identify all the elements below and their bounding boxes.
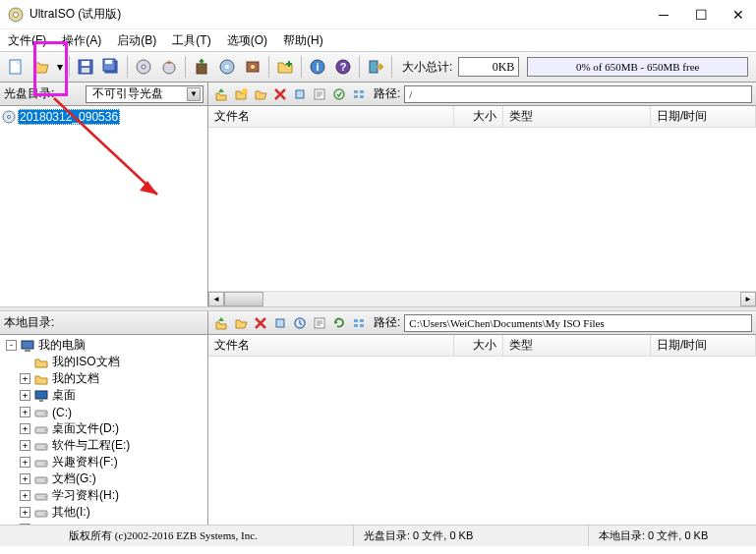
tree-expander[interactable]: + xyxy=(20,407,30,417)
tree-expander[interactable]: + xyxy=(20,457,30,468)
svg-rect-30 xyxy=(354,95,358,98)
maximize-button[interactable]: ☐ xyxy=(691,7,711,23)
tree-expander[interactable]: + xyxy=(20,524,30,525)
local-tree-item[interactable]: +桌面文件(D:) xyxy=(2,420,205,437)
menu-action[interactable]: 操作(A) xyxy=(58,30,105,51)
tree-expander[interactable]: + xyxy=(20,490,30,501)
tree-expander[interactable]: + xyxy=(20,373,30,384)
save-as-icon[interactable] xyxy=(99,55,123,79)
svg-rect-28 xyxy=(354,90,358,93)
history-icon[interactable] xyxy=(291,314,309,332)
up-icon[interactable] xyxy=(212,85,230,103)
properties-icon[interactable] xyxy=(311,314,328,332)
exit-icon[interactable] xyxy=(364,55,387,79)
new-folder-icon[interactable] xyxy=(232,85,250,103)
tree-expander[interactable]: + xyxy=(20,507,30,518)
path-label: 路径: xyxy=(374,85,400,102)
settings-icon[interactable] xyxy=(241,55,264,79)
svg-point-23 xyxy=(8,115,11,118)
refresh-icon[interactable] xyxy=(330,314,348,332)
up-icon[interactable] xyxy=(212,314,230,332)
cd-icon[interactable] xyxy=(132,55,155,79)
chevron-down-icon: ▼ xyxy=(187,87,201,101)
info-icon[interactable]: i xyxy=(306,55,329,79)
svg-rect-52 xyxy=(276,319,284,327)
disc-path-field[interactable]: / xyxy=(404,85,752,103)
disc-file-list[interactable]: 文件名 大小 类型 日期/时间 ◄ ► xyxy=(208,106,756,306)
drive-icon xyxy=(34,490,48,502)
svg-rect-58 xyxy=(360,324,364,327)
properties-icon[interactable] xyxy=(311,85,328,103)
mount-icon[interactable] xyxy=(215,55,239,79)
disc-tree-pane: 光盘目录: 不可引导光盘 ▼ 20180312_090536 xyxy=(0,83,208,306)
menu-help[interactable]: 帮助(H) xyxy=(279,30,327,51)
disc-tree[interactable]: 20180312_090536 xyxy=(0,106,207,306)
drive-icon xyxy=(34,457,48,469)
open-folder-icon[interactable] xyxy=(252,85,269,103)
local-tree-item[interactable]: +软件与工程(E:) xyxy=(2,437,205,454)
tree-expander[interactable]: + xyxy=(20,423,30,434)
open-folder-icon[interactable] xyxy=(232,314,250,332)
drive-icon xyxy=(34,440,48,452)
view-icon[interactable] xyxy=(350,314,368,332)
menu-options[interactable]: 选项(O) xyxy=(223,30,271,51)
new-icon[interactable] xyxy=(4,55,28,79)
svg-rect-2 xyxy=(10,60,21,74)
tree-expander[interactable]: + xyxy=(20,440,30,451)
minimize-button[interactable]: ─ xyxy=(654,7,673,23)
col-size[interactable]: 大小 xyxy=(454,335,503,356)
add-files-icon[interactable] xyxy=(273,55,297,79)
local-list-header: 文件名 大小 类型 日期/时间 xyxy=(208,335,756,357)
svg-point-16 xyxy=(251,65,255,69)
compress-icon[interactable] xyxy=(190,55,213,79)
help-icon[interactable]: ? xyxy=(331,55,355,79)
path-label: 路径: xyxy=(374,314,400,331)
disc-status: 光盘目录: 0 文件, 0 KB xyxy=(354,526,589,546)
menu-tools[interactable]: 工具(T) xyxy=(168,30,214,51)
save-icon[interactable] xyxy=(74,55,97,79)
h-scrollbar[interactable]: ◄ ► xyxy=(208,291,756,306)
open-icon[interactable] xyxy=(29,55,53,79)
open-dropdown[interactable]: ▾ xyxy=(55,55,65,79)
tree-expander[interactable]: - xyxy=(6,340,17,351)
extract-icon[interactable] xyxy=(271,314,289,332)
svg-rect-34 xyxy=(35,391,47,399)
menu-file[interactable]: 文件(F) xyxy=(4,30,50,51)
local-tree-item[interactable]: +我的文档 xyxy=(2,370,205,387)
menu-boot[interactable]: 启动(B) xyxy=(113,30,160,51)
col-date[interactable]: 日期/时间 xyxy=(651,106,756,127)
delete-icon[interactable] xyxy=(252,314,269,332)
delete-icon[interactable] xyxy=(271,85,289,103)
local-file-list[interactable]: 文件名 大小 类型 日期/时间 xyxy=(208,335,756,525)
local-tree-item[interactable]: 我的ISO文档 xyxy=(2,354,205,370)
local-tree-item[interactable]: +学习资料(H:) xyxy=(2,487,205,504)
close-button[interactable]: ✕ xyxy=(728,7,748,23)
local-tree-item[interactable]: +兴趣资料(F:) xyxy=(2,454,205,471)
tree-expander[interactable]: + xyxy=(20,473,30,484)
disc-icon xyxy=(2,110,16,124)
local-tree-item[interactable]: +其他(I:) xyxy=(2,504,205,521)
local-tree-item[interactable]: +文档(G:) xyxy=(2,471,205,487)
svg-rect-8 xyxy=(105,60,112,64)
disc-tree-root[interactable]: 20180312_090536 xyxy=(2,108,205,125)
local-tree-item[interactable]: -我的电脑 xyxy=(2,337,205,354)
col-type[interactable]: 类型 xyxy=(503,106,651,127)
col-name[interactable]: 文件名 xyxy=(208,106,454,127)
col-type[interactable]: 类型 xyxy=(503,335,651,356)
col-size[interactable]: 大小 xyxy=(454,106,503,127)
bootable-dropdown[interactable]: 不可引导光盘 ▼ xyxy=(86,85,204,103)
extract-icon[interactable] xyxy=(291,85,309,103)
col-name[interactable]: 文件名 xyxy=(208,335,454,356)
svg-rect-55 xyxy=(354,319,358,322)
local-tree-item[interactable]: +(C:) xyxy=(2,404,205,420)
local-tree[interactable]: -我的电脑我的ISO文档+我的文档+桌面+(C:)+桌面文件(D:)+软件与工程… xyxy=(0,335,207,525)
burn-icon[interactable] xyxy=(157,55,181,79)
svg-point-14 xyxy=(225,65,229,69)
local-tree-item[interactable]: +桌面 xyxy=(2,387,205,404)
checksum-icon[interactable] xyxy=(330,85,348,103)
view-icon[interactable] xyxy=(350,85,368,103)
col-date[interactable]: 日期/时间 xyxy=(651,335,756,356)
local-tree-item[interactable]: +NO NAME(T:) xyxy=(2,521,205,525)
local-path-field[interactable]: C:\Users\WeiChen\Documents\My ISO Files xyxy=(404,314,752,332)
tree-expander[interactable]: + xyxy=(20,390,30,401)
